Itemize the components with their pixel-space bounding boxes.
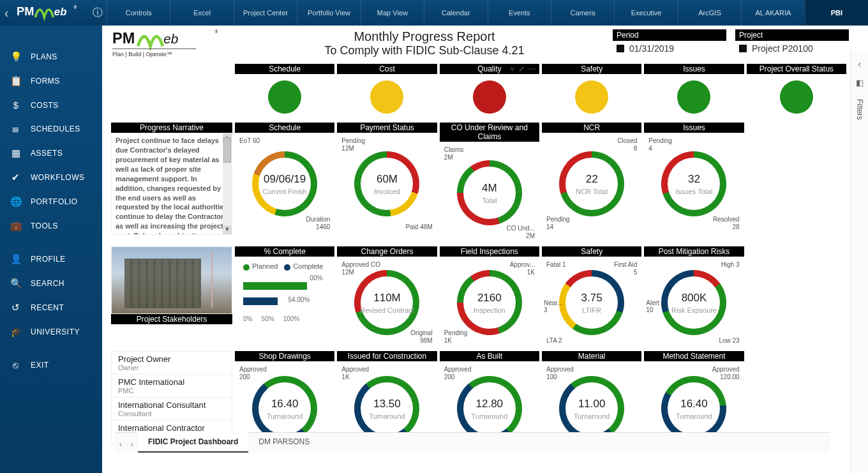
top-tab-events[interactable]: Events — [488, 0, 551, 26]
top-tab-map-view[interactable]: Map View — [361, 0, 424, 26]
scrollbar[interactable]: ▲▼ — [223, 133, 232, 234]
sidebar-item-costs[interactable]: $COSTS — [0, 93, 102, 117]
top-tab-pbi[interactable]: PBI — [805, 0, 868, 26]
sheet-prev[interactable]: ‹ — [115, 440, 126, 453]
focus-icon[interactable]: ⤢ — [518, 64, 525, 73]
sidebar-item-profile[interactable]: 👤PROFILE — [0, 247, 102, 271]
top-tab-arcgis[interactable]: ArcGIS — [678, 0, 741, 26]
slicer-period[interactable]: Period 01/31/2019 — [613, 29, 726, 56]
info-icon[interactable]: ⓘ — [89, 6, 107, 20]
top-tab-portfolio-view[interactable]: Portfolio View — [297, 0, 360, 26]
annotation: Paid 48M — [405, 223, 432, 231]
annotation: Claims2M — [444, 146, 464, 161]
donut-value: 3.75 — [581, 292, 602, 304]
status-safety[interactable] — [542, 74, 641, 120]
kpi-title: Material — [542, 351, 641, 361]
filters-label[interactable]: Filters — [855, 99, 864, 120]
top-tab-controls[interactable]: Controls — [107, 0, 170, 26]
sidebar-label: SCHEDULES — [31, 124, 80, 133]
kpi-title: Schedule — [235, 123, 334, 133]
donut-label: Issues Total — [676, 188, 713, 195]
report-header: PM eb ® Plan | Build | Operate™ Monthly … — [108, 26, 849, 64]
svg-text:eb: eb — [163, 31, 178, 46]
top-tab-camera[interactable]: Camera — [551, 0, 614, 26]
top-tab-excel[interactable]: Excel — [170, 0, 233, 26]
sidebar-label: RECENT — [31, 303, 64, 312]
stakeholder-row[interactable]: Project OwnerOwner — [112, 352, 232, 375]
sidebar-item-tools[interactable]: 💼TOOLS — [0, 214, 102, 238]
annotation: Low 23 — [719, 337, 739, 345]
expand-filter-icon[interactable]: ‹ — [858, 59, 861, 69]
donut-safety[interactable]: 3.75LTIFR Fatal 1 First Aid5 LTA 2 Near.… — [542, 257, 641, 349]
sidebar-label: PLANS — [31, 52, 57, 61]
sidebar-item-search[interactable]: 🔍SEARCH — [0, 271, 102, 296]
left-sidebar: 💡PLANS📋FORMS$COSTS≣SCHEDULES▦ASSETS✔WORK… — [0, 26, 102, 473]
more-icon[interactable]: ⋯ — [528, 64, 536, 73]
sidebar-item-plans[interactable]: 💡PLANS — [0, 45, 102, 69]
annotation: Fatal 1 — [546, 261, 566, 269]
annotation: Pending14 — [546, 216, 570, 230]
sidebar-item-recent[interactable]: ↺RECENT — [0, 296, 102, 320]
status-cost[interactable] — [337, 74, 437, 120]
sidebar-item-workflows[interactable]: ✔WORKFLOWS — [0, 165, 102, 190]
donut-schedule[interactable]: 09/06/19Current Finish EoT 60 Duration14… — [235, 133, 334, 235]
donut-ring: 13.50Turnaround — [354, 376, 419, 441]
donut-change-orders[interactable]: 110MRevised Contract Approved CO12M Orig… — [337, 257, 437, 349]
filter-icon[interactable]: ▿ — [511, 64, 514, 73]
donut-payment-status[interactable]: 60MInvoiced Pending12M Paid 48M — [337, 133, 437, 235]
donut-label: NCR Total — [576, 188, 608, 195]
top-tab-al-akaria[interactable]: AL AKARIA — [741, 0, 804, 26]
stakeholder-row[interactable]: International ConsultantConsultant — [112, 398, 232, 421]
kpi-title: NCR — [542, 123, 641, 133]
chip-icon — [739, 45, 747, 52]
narrative-text: Project continue to face delays due Cont… — [111, 133, 232, 235]
top-tab-calendar[interactable]: Calendar — [424, 0, 487, 26]
status-schedule[interactable] — [235, 74, 334, 120]
kpi-title: As Built — [440, 351, 539, 361]
status-project-overall-status[interactable] — [747, 74, 846, 120]
sidebar-item-university[interactable]: 🎓UNIVERSITY — [0, 320, 102, 344]
sidebar-icon: 🌐 — [10, 196, 22, 207]
donut-issues[interactable]: 32Issues Total Pending4 Resolved28 — [644, 133, 744, 235]
sheet-next[interactable]: › — [126, 440, 138, 453]
kpi-title: Issues — [644, 123, 744, 133]
svg-text:eb: eb — [54, 6, 67, 18]
donut-ring: 22NCR Total — [559, 151, 624, 216]
report-title: Monthly Progress Report — [236, 29, 613, 44]
bookmark-icon[interactable]: ◧ — [856, 78, 864, 87]
status-issues[interactable] — [644, 74, 744, 120]
visual-toolbar: ▿⤢⋯ — [510, 64, 537, 74]
donut-field-inspections[interactable]: 2160Inspection Approv...1K Pending1K — [440, 257, 539, 349]
pct-complete-chart[interactable]: PlannedComplete 00% 54.00% 0%50%100% — [235, 257, 334, 349]
scroll-thumb[interactable] — [223, 137, 231, 163]
donut-post-mitigation-risks[interactable]: 800KRisk Expsoure High 3 Low 23 Alert10 — [644, 257, 744, 349]
top-tab-project-center[interactable]: Project Center — [234, 0, 297, 26]
status-dot — [780, 80, 813, 114]
sidebar-item-schedules[interactable]: ≣SCHEDULES — [0, 117, 102, 141]
project-photo — [111, 246, 232, 314]
donut-value: 60M — [377, 173, 398, 186]
kpi-grid: . ScheduleCostQuality▿⤢⋯SafetyIssuesProj… — [108, 64, 849, 453]
donut-value: 11.00 — [578, 398, 606, 410]
sheet-tab-1[interactable]: FIDIC Project Dashboard — [138, 432, 248, 453]
status-quality[interactable] — [440, 74, 539, 120]
sidebar-label: UNIVERSITY — [31, 327, 80, 336]
donut-co-under-review-and-claims[interactable]: 4MTotal Claims2M CO Und...2M — [440, 142, 539, 244]
scroll-down[interactable]: ▼ — [223, 225, 232, 234]
sidebar-item-forms[interactable]: 📋FORMS — [0, 69, 102, 93]
donut-label: Turnaround — [369, 412, 405, 420]
slicer-project[interactable]: Project Project P20100 — [735, 29, 849, 56]
donut-ring: 12.80Turnaround — [457, 376, 522, 441]
sidebar-icon: 💼 — [10, 220, 22, 232]
annotation: EoT 60 — [239, 137, 260, 145]
sidebar-item-portfolio[interactable]: 🌐PORTFOLIO — [0, 190, 102, 214]
stakeholder-row[interactable]: PMC InternationalPMC — [112, 375, 232, 398]
kpi-title: Schedule — [235, 64, 334, 74]
sidebar-item-assets[interactable]: ▦ASSETS — [0, 141, 102, 165]
donut-label: Invoiced — [374, 188, 400, 195]
donut-ncr[interactable]: 22NCR Total Closed8 Pending14 — [542, 133, 641, 235]
top-tab-executive[interactable]: Executive — [614, 0, 677, 26]
brand-tagline: Plan | Build | Operate™ — [112, 51, 172, 57]
back-button[interactable]: ‹ — [0, 6, 11, 20]
sidebar-item-exit[interactable]: ⎋EXIT — [0, 353, 102, 377]
